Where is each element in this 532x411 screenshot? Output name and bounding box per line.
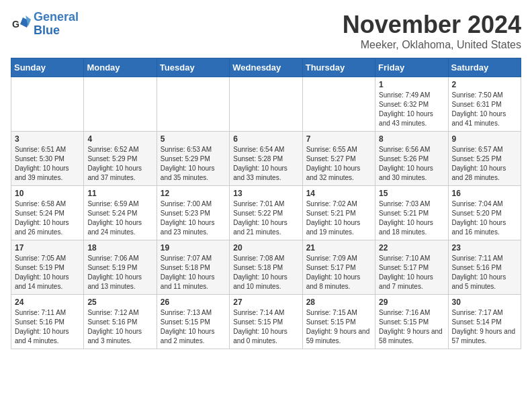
calendar-cell: 8Sunrise: 6:56 AM Sunset: 5:26 PM Daylig…	[375, 132, 448, 186]
calendar-cell: 19Sunrise: 7:07 AM Sunset: 5:18 PM Dayli…	[157, 240, 229, 295]
calendar: SundayMondayTuesdayWednesdayThursdayFrid…	[11, 58, 521, 349]
day-info: Sunrise: 7:07 AM Sunset: 5:18 PM Dayligh…	[161, 254, 226, 291]
day-number: 24	[15, 298, 80, 307]
calendar-cell: 11Sunrise: 6:59 AM Sunset: 5:24 PM Dayli…	[84, 186, 157, 240]
calendar-cell: 16Sunrise: 7:04 AM Sunset: 5:20 PM Dayli…	[448, 186, 521, 240]
day-number: 14	[306, 189, 371, 198]
calendar-header-row: SundayMondayTuesdayWednesdayThursdayFrid…	[11, 58, 521, 77]
calendar-cell: 15Sunrise: 7:03 AM Sunset: 5:21 PM Dayli…	[375, 186, 448, 240]
logo-line1: General	[34, 10, 79, 24]
day-number: 17	[15, 243, 80, 253]
day-number: 29	[379, 298, 444, 307]
calendar-cell: 18Sunrise: 7:06 AM Sunset: 5:19 PM Dayli…	[84, 240, 157, 295]
day-info: Sunrise: 7:02 AM Sunset: 5:21 PM Dayligh…	[306, 199, 371, 237]
day-info: Sunrise: 7:08 AM Sunset: 5:18 PM Dayligh…	[233, 254, 298, 291]
weekday-header: Monday	[84, 58, 157, 77]
calendar-cell: 9Sunrise: 6:57 AM Sunset: 5:25 PM Daylig…	[448, 132, 521, 186]
calendar-cell: 6Sunrise: 6:54 AM Sunset: 5:28 PM Daylig…	[230, 132, 302, 186]
day-number: 27	[233, 298, 298, 307]
day-info: Sunrise: 7:11 AM Sunset: 5:16 PM Dayligh…	[15, 308, 80, 346]
weekday-header: Sunday	[11, 58, 84, 77]
calendar-cell: 25Sunrise: 7:12 AM Sunset: 5:16 PM Dayli…	[84, 295, 157, 349]
calendar-cell: 3Sunrise: 6:51 AM Sunset: 5:30 PM Daylig…	[11, 132, 84, 186]
header: G General Blue November 2024 Meeker, Okl…	[11, 11, 521, 51]
day-info: Sunrise: 6:54 AM Sunset: 5:28 PM Dayligh…	[233, 145, 298, 183]
day-info: Sunrise: 7:09 AM Sunset: 5:17 PM Dayligh…	[306, 254, 371, 291]
calendar-cell: 1Sunrise: 7:49 AM Sunset: 6:32 PM Daylig…	[375, 77, 448, 132]
day-number: 18	[87, 243, 152, 253]
title-area: November 2024 Meeker, Oklahoma, United S…	[343, 11, 521, 51]
calendar-cell: 7Sunrise: 6:55 AM Sunset: 5:27 PM Daylig…	[302, 132, 375, 186]
calendar-cell: 22Sunrise: 7:10 AM Sunset: 5:17 PM Dayli…	[375, 240, 448, 295]
day-number: 25	[87, 298, 152, 307]
day-number: 13	[233, 189, 298, 198]
day-number: 8	[379, 134, 444, 144]
day-number: 6	[233, 134, 298, 144]
calendar-cell: 30Sunrise: 7:17 AM Sunset: 5:14 PM Dayli…	[448, 295, 521, 349]
day-info: Sunrise: 7:01 AM Sunset: 5:22 PM Dayligh…	[233, 199, 298, 237]
day-info: Sunrise: 6:53 AM Sunset: 5:29 PM Dayligh…	[161, 145, 226, 183]
calendar-week-row: 1Sunrise: 7:49 AM Sunset: 6:32 PM Daylig…	[11, 77, 521, 132]
day-number: 10	[15, 189, 80, 198]
day-number: 20	[233, 243, 298, 253]
calendar-cell: 17Sunrise: 7:05 AM Sunset: 5:19 PM Dayli…	[11, 240, 84, 295]
day-number: 15	[379, 189, 444, 198]
day-info: Sunrise: 7:15 AM Sunset: 5:15 PM Dayligh…	[306, 308, 371, 346]
calendar-cell: 2Sunrise: 7:50 AM Sunset: 6:31 PM Daylig…	[448, 77, 521, 132]
calendar-cell: 29Sunrise: 7:16 AM Sunset: 5:15 PM Dayli…	[375, 295, 448, 349]
day-info: Sunrise: 6:59 AM Sunset: 5:24 PM Dayligh…	[87, 199, 152, 237]
calendar-week-row: 17Sunrise: 7:05 AM Sunset: 5:19 PM Dayli…	[11, 240, 521, 295]
logo-icon: G	[11, 14, 31, 34]
day-info: Sunrise: 7:13 AM Sunset: 5:15 PM Dayligh…	[161, 308, 226, 346]
weekday-header: Tuesday	[157, 58, 229, 77]
weekday-header: Wednesday	[230, 58, 302, 77]
calendar-cell: 5Sunrise: 6:53 AM Sunset: 5:29 PM Daylig…	[157, 132, 229, 186]
day-number: 5	[161, 134, 226, 144]
day-info: Sunrise: 7:50 AM Sunset: 6:31 PM Dayligh…	[452, 91, 517, 128]
day-info: Sunrise: 7:17 AM Sunset: 5:14 PM Dayligh…	[452, 308, 517, 346]
calendar-cell: 12Sunrise: 7:00 AM Sunset: 5:23 PM Dayli…	[157, 186, 229, 240]
calendar-cell	[302, 77, 375, 132]
calendar-cell	[84, 77, 157, 132]
calendar-cell: 4Sunrise: 6:52 AM Sunset: 5:29 PM Daylig…	[84, 132, 157, 186]
calendar-cell: 13Sunrise: 7:01 AM Sunset: 5:22 PM Dayli…	[230, 186, 302, 240]
day-info: Sunrise: 6:51 AM Sunset: 5:30 PM Dayligh…	[15, 145, 80, 183]
day-info: Sunrise: 6:55 AM Sunset: 5:27 PM Dayligh…	[306, 145, 371, 183]
calendar-cell	[230, 77, 302, 132]
calendar-cell: 20Sunrise: 7:08 AM Sunset: 5:18 PM Dayli…	[230, 240, 302, 295]
weekday-header: Thursday	[302, 58, 375, 77]
calendar-cell: 26Sunrise: 7:13 AM Sunset: 5:15 PM Dayli…	[157, 295, 229, 349]
day-info: Sunrise: 7:00 AM Sunset: 5:23 PM Dayligh…	[161, 199, 226, 237]
day-info: Sunrise: 7:11 AM Sunset: 5:16 PM Dayligh…	[452, 254, 517, 291]
day-info: Sunrise: 7:05 AM Sunset: 5:19 PM Dayligh…	[15, 254, 80, 291]
day-info: Sunrise: 7:10 AM Sunset: 5:17 PM Dayligh…	[379, 254, 444, 291]
calendar-week-row: 24Sunrise: 7:11 AM Sunset: 5:16 PM Dayli…	[11, 295, 521, 349]
day-number: 26	[161, 298, 226, 307]
logo-line2: Blue	[34, 24, 60, 37]
day-number: 7	[306, 134, 371, 144]
svg-text:G: G	[12, 19, 19, 30]
day-info: Sunrise: 7:14 AM Sunset: 5:15 PM Dayligh…	[233, 308, 298, 346]
day-number: 11	[87, 189, 152, 198]
day-info: Sunrise: 7:04 AM Sunset: 5:20 PM Dayligh…	[452, 199, 517, 237]
calendar-cell: 24Sunrise: 7:11 AM Sunset: 5:16 PM Dayli…	[11, 295, 84, 349]
logo: G General Blue	[11, 11, 79, 38]
calendar-cell: 28Sunrise: 7:15 AM Sunset: 5:15 PM Dayli…	[302, 295, 375, 349]
calendar-cell: 21Sunrise: 7:09 AM Sunset: 5:17 PM Dayli…	[302, 240, 375, 295]
day-info: Sunrise: 6:57 AM Sunset: 5:25 PM Dayligh…	[452, 145, 517, 183]
day-number: 3	[15, 134, 80, 144]
calendar-cell: 10Sunrise: 6:58 AM Sunset: 5:24 PM Dayli…	[11, 186, 84, 240]
calendar-cell	[11, 77, 84, 132]
calendar-cell: 14Sunrise: 7:02 AM Sunset: 5:21 PM Dayli…	[302, 186, 375, 240]
day-number: 1	[379, 80, 444, 89]
day-number: 21	[306, 243, 371, 253]
weekday-header: Friday	[375, 58, 448, 77]
day-number: 12	[161, 189, 226, 198]
day-number: 28	[306, 298, 371, 307]
day-number: 4	[87, 134, 152, 144]
calendar-cell	[157, 77, 229, 132]
month-title: November 2024	[343, 11, 521, 39]
day-info: Sunrise: 7:06 AM Sunset: 5:19 PM Dayligh…	[87, 254, 152, 291]
day-info: Sunrise: 7:16 AM Sunset: 5:15 PM Dayligh…	[379, 308, 444, 346]
calendar-cell: 27Sunrise: 7:14 AM Sunset: 5:15 PM Dayli…	[230, 295, 302, 349]
